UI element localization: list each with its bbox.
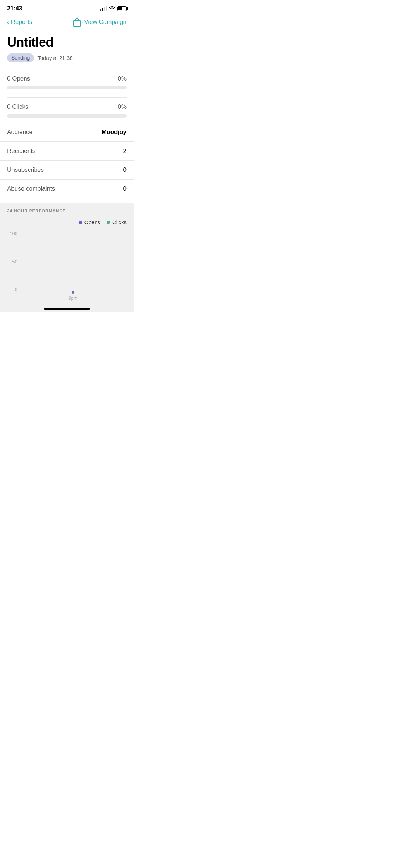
audience-value: Moodjoy xyxy=(102,129,127,136)
clicks-legend-label: Clicks xyxy=(112,219,127,225)
opens-value: 0% xyxy=(118,75,127,82)
page-header: Untitled Sending Today at 21:38 xyxy=(0,31,134,65)
chart-x-labels: 9pm xyxy=(20,295,127,301)
clicks-progress-bar xyxy=(7,114,127,118)
abuse-key: Abuse complaints xyxy=(7,185,55,192)
legend-opens: Opens xyxy=(79,219,100,225)
chart-dot-opens xyxy=(72,291,74,294)
status-icons xyxy=(100,6,127,11)
opens-legend-dot xyxy=(79,221,82,224)
signal-icon xyxy=(100,6,107,11)
share-icon xyxy=(73,17,81,27)
performance-title: 24 HOUR PERFORMANCE xyxy=(7,208,127,213)
chart-y-axis: 100 50 0 xyxy=(7,231,20,302)
y-label-0: 0 xyxy=(15,287,17,292)
abuse-value: 0 xyxy=(123,185,127,192)
chart-legend: Opens Clicks xyxy=(7,219,127,225)
nav-bar: ‹ Reports View Campaign xyxy=(0,14,134,31)
clicks-label: 0 Clicks xyxy=(7,103,29,110)
chart-plot: 9pm xyxy=(20,231,127,302)
opens-metric[interactable]: 0 Opens 0% xyxy=(0,69,134,93)
audience-row: Audience Moodjoy xyxy=(0,123,134,142)
performance-section: 24 HOUR PERFORMANCE Opens Clicks 100 50 … xyxy=(0,203,134,302)
metrics-section: 0 Opens 0% 0 Clicks 0% xyxy=(0,69,134,121)
y-label-50: 50 xyxy=(12,259,17,264)
abuse-complaints-row: Abuse complaints 0 xyxy=(0,180,134,198)
chart-data xyxy=(20,231,127,292)
unsubscribes-row: Unsubscribes 0 xyxy=(0,161,134,180)
clicks-value: 0% xyxy=(118,103,127,110)
clicks-legend-dot xyxy=(107,221,110,224)
back-button[interactable]: ‹ Reports xyxy=(7,19,32,26)
view-campaign-button[interactable]: View Campaign xyxy=(73,17,127,27)
home-bar xyxy=(44,308,90,310)
status-bar: 21:43 xyxy=(0,0,134,14)
opens-legend-label: Opens xyxy=(84,219,100,225)
status-time: 21:43 xyxy=(7,5,22,12)
x-label-9pm: 9pm xyxy=(68,295,77,301)
recipients-key: Recipients xyxy=(7,148,35,155)
unsubscribes-value: 0 xyxy=(123,166,127,174)
info-section: Audience Moodjoy Recipients 2 Unsubscrib… xyxy=(0,123,134,198)
chart-area: 100 50 0 9pm xyxy=(7,231,127,302)
clicks-metric[interactable]: 0 Clicks 0% xyxy=(0,98,134,121)
view-campaign-label: View Campaign xyxy=(84,19,127,26)
unsubscribes-key: Unsubscribes xyxy=(7,166,44,174)
opens-progress-bar xyxy=(7,86,127,89)
send-time: Today at 21:38 xyxy=(37,55,72,61)
battery-icon xyxy=(117,6,127,11)
recipients-value: 2 xyxy=(123,148,127,155)
home-indicator xyxy=(0,302,134,312)
wifi-icon xyxy=(109,6,115,11)
back-label: Reports xyxy=(11,19,32,26)
chevron-left-icon: ‹ xyxy=(7,19,10,26)
opens-label: 0 Opens xyxy=(7,75,30,82)
campaign-status-row: Sending Today at 21:38 xyxy=(7,53,127,62)
legend-clicks: Clicks xyxy=(107,219,127,225)
campaign-title: Untitled xyxy=(7,35,127,50)
audience-key: Audience xyxy=(7,129,32,136)
y-label-100: 100 xyxy=(10,231,17,236)
status-badge: Sending xyxy=(7,53,34,62)
recipients-row: Recipients 2 xyxy=(0,142,134,161)
